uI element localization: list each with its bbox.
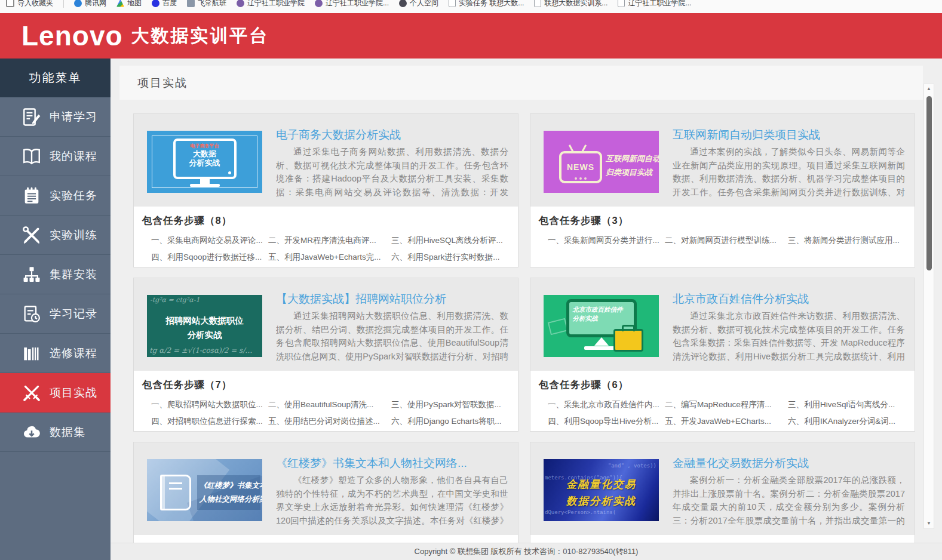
sidebar-item-label: 项目实战 bbox=[50, 385, 97, 401]
sidebar-item-apply-study[interactable]: 申请学习 bbox=[0, 97, 111, 137]
book-icon bbox=[160, 475, 191, 510]
step-item: 一、采集电商网站交易及评论... bbox=[151, 235, 268, 246]
bookmark-item[interactable]: 飞常航班 bbox=[187, 0, 226, 8]
step-item: 三、利用HiveSql语句离线分... bbox=[788, 399, 915, 410]
sidebar-item-elective-courses[interactable]: 选修课程 bbox=[0, 334, 111, 373]
card-steps bbox=[134, 535, 518, 543]
step-item: 二、编写MapReduce程序清... bbox=[665, 399, 788, 410]
sidebar-item-label: 选修课程 bbox=[50, 346, 97, 361]
sidebar-item-dataset[interactable]: 数据集 bbox=[0, 413, 111, 452]
bookmark-import[interactable]: 导入收藏夹 bbox=[6, 0, 53, 8]
bookmark-item[interactable]: 辽宁社工职业学院 bbox=[237, 0, 305, 8]
bookmark-item[interactable]: 联想大数据实训系... bbox=[534, 0, 607, 8]
scrollbar-thumb[interactable] bbox=[926, 96, 932, 270]
copyright-text: Copyright © 联想集团 版权所有 技术咨询：010-82793540(… bbox=[415, 546, 639, 557]
step-item: 四、利用Sqoop进行数据迁移... bbox=[151, 252, 268, 263]
card-top: 电子商务平台 大数据 分析实战 电子商务大数据分析实战 通过采集电子商务网站数据… bbox=[134, 114, 518, 207]
card-title-link[interactable]: 北京市政百姓信件分析实战 bbox=[673, 291, 809, 307]
sidebar-item-experiment-tasks[interactable]: 实验任务 bbox=[0, 176, 111, 216]
steps-header: 包含任务步骤（7） bbox=[142, 379, 518, 392]
step-item: 六、利用IKAnalyzer分词&词... bbox=[788, 416, 915, 427]
card-title-link[interactable]: 金融量化交易数据分析实战 bbox=[673, 456, 809, 471]
step-item: 二、开发MR程序清洗电商评... bbox=[268, 235, 391, 246]
bookmark-item[interactable]: 百度 bbox=[152, 0, 177, 8]
step-item: 五、使用结巴分词对岗位描述... bbox=[268, 416, 391, 427]
footer: Copyright © 联想集团 版权所有 技术咨询：010-82793540(… bbox=[111, 543, 942, 560]
step-item: 二、使用BeautifulSoup清洗... bbox=[268, 399, 391, 410]
card-steps: 包含任务步骤（7） 一、爬取招聘网站大数据职位... 二、使用Beautiful… bbox=[134, 371, 518, 427]
bookmarks-separator bbox=[63, 0, 64, 8]
bookmark-item[interactable]: 辽宁社工职业学院... bbox=[315, 0, 389, 8]
sidebar-item-experiment-training[interactable]: 实验训练 bbox=[0, 216, 111, 255]
steps-header: 包含任务步骤（8） bbox=[142, 214, 518, 227]
bookmark-item[interactable]: 个人空间 bbox=[399, 0, 438, 8]
app-window: 导入收藏夹 腾讯网 地图 百度 飞常航班 辽宁社工职业学院 辽宁社工职业学院..… bbox=[0, 0, 942, 560]
card-thumbnail-letters[interactable]: 北京市政百姓信件 分析实战 bbox=[544, 295, 659, 357]
page-icon bbox=[449, 0, 456, 7]
project-card: -tg²α = ctg²α-1 tg α/2 = ±√(1-cosα)/2 = … bbox=[133, 278, 518, 432]
card-thumbnail-chalkboard[interactable]: -tg²α = ctg²α-1 tg α/2 = ±√(1-cosα)/2 = … bbox=[147, 295, 262, 357]
school-badge-icon bbox=[237, 0, 244, 7]
card-title-link[interactable]: 《红楼梦》书集文本和人物社交网络... bbox=[276, 456, 467, 471]
step-item: 三、使用PySpark对智联数据... bbox=[391, 399, 518, 410]
sidebar-item-label: 实验训练 bbox=[50, 227, 97, 243]
project-card: 北京市政百姓信件 分析实战 北京市政百姓信件分析实战 通过采集北京市政百姓信件来… bbox=[530, 278, 915, 432]
sidebar-item-my-courses[interactable]: 我的课程 bbox=[0, 137, 111, 176]
card-top: 《红楼梦》书集文本和 人物社交网络分析案例 《红楼梦》书集文本和人物社交网络..… bbox=[134, 442, 518, 535]
card-steps: 包含任务步骤（6） 一、采集北京市政百姓信件内... 二、编写MapReduce… bbox=[530, 371, 915, 427]
sidebar-item-label: 申请学习 bbox=[50, 109, 97, 125]
card-steps: 包含任务步骤（3） 一、采集新闻网页分类并进行... 二、对新闻网页进行模型训练… bbox=[530, 207, 915, 246]
card-thumbnail-finance[interactable]: meters.contains("age")){ dQuery<Person>.… bbox=[544, 459, 659, 521]
briefcase-icon bbox=[613, 329, 643, 352]
tv-icon: NEWS bbox=[559, 151, 602, 183]
steps-header: 包含任务步骤（3） bbox=[539, 214, 915, 227]
sidebar-item-project-practice[interactable]: 项目实战 bbox=[0, 373, 111, 413]
card-top: -tg²α = ctg²α-1 tg α/2 = ±√(1-cosα)/2 = … bbox=[134, 278, 518, 371]
project-card: NEWS 互联网新闻自动 归类项目实战 互联网新闻自动归类项目实战 通过本案例的… bbox=[530, 113, 915, 267]
card-thumbnail-news[interactable]: NEWS 互联网新闻自动 归类项目实战 bbox=[544, 131, 659, 193]
scrollbar-up-arrow[interactable]: ▲ bbox=[924, 85, 934, 93]
card-description: 通过本案例的实战，了解类似今日头条、网易新闻等企业在新闻产品类应用的实现原理。项… bbox=[673, 145, 905, 200]
sidebar-item-label: 实验任务 bbox=[50, 188, 97, 204]
card-description: 通过采集北京市政百姓信件来访数据、利用数据清洗、数据分析、数据可视化技术完成整体… bbox=[673, 309, 905, 364]
card-thumbnail-book[interactable]: 《红楼梦》书集文本和 人物社交网络分析案例 bbox=[147, 459, 262, 521]
bookmark-item[interactable]: 实验任务 联想大数... bbox=[449, 0, 524, 8]
camera-dot bbox=[228, 171, 231, 174]
page-title: 项目实战 bbox=[137, 75, 188, 91]
school-badge-icon bbox=[315, 0, 323, 7]
step-item: 四、利用Sqoop导出Hive分析... bbox=[548, 416, 665, 427]
bookmark-item[interactable]: 地图 bbox=[116, 0, 142, 8]
app-header: Lenovo 大数据实训平台 bbox=[0, 13, 942, 59]
card-steps: 包含任务步骤（8） 一、采集电商网站交易及评论... 二、开发MR程序清洗电商评… bbox=[134, 207, 518, 263]
bookmark-item[interactable]: 腾讯网 bbox=[74, 0, 106, 8]
tools-icon bbox=[22, 225, 42, 245]
card-title-link[interactable]: 互联网新闻自动归类项目实战 bbox=[673, 127, 820, 143]
card-title-link[interactable]: 电子商务大数据分析实战 bbox=[276, 127, 401, 143]
card-thumbnail-ecommerce[interactable]: 电子商务平台 大数据 分析实战 bbox=[147, 131, 262, 193]
steps-header: 包含任务步骤（6） bbox=[539, 379, 915, 392]
card-top: meters.contains("age")){ dQuery<Person>.… bbox=[530, 442, 915, 535]
sidebar: 功能菜单 申请学习 我的课程 实验任务 实验训练 bbox=[0, 59, 111, 560]
card-description: 案例分析一：分析金融类全部股票2017年的总涨跌额，并排出上涨股票前十名。案例分… bbox=[673, 473, 905, 528]
step-item: 三、利用HiveSQL离线分析评... bbox=[391, 235, 518, 246]
sidebar-item-learning-record[interactable]: 学习记录 bbox=[0, 294, 111, 334]
notepad-icon bbox=[22, 186, 42, 206]
step-item: 六、利用Spark进行实时数据... bbox=[391, 252, 518, 263]
books-icon bbox=[22, 343, 42, 364]
maps-icon bbox=[116, 0, 124, 7]
sidebar-item-label: 集群安装 bbox=[50, 267, 97, 282]
lenovo-logo: Lenovo bbox=[22, 20, 123, 52]
scrollbar-down-arrow[interactable]: ▼ bbox=[924, 519, 934, 528]
step-item: 一、爬取招聘网站大数据职位... bbox=[151, 399, 268, 410]
card-top: 北京市政百姓信件 分析实战 北京市政百姓信件分析实战 通过采集北京市政百姓信件来… bbox=[530, 278, 915, 371]
sidebar-header: 功能菜单 bbox=[0, 59, 111, 97]
content-scrollbar[interactable]: ▲ ▼ bbox=[923, 84, 934, 529]
sidebar-item-cluster-install[interactable]: 集群安装 bbox=[0, 255, 111, 294]
card-description: 《红楼梦》塑造了众多的人物形象，他们各自具有自己独特的个性特征，成为不朽的艺术典… bbox=[276, 473, 508, 528]
bookmark-item[interactable]: 辽宁社工职业学院... bbox=[618, 0, 691, 8]
bookmarks-row: 导入收藏夹 腾讯网 地图 百度 飞常航班 辽宁社工职业学院 辽宁社工职业学院..… bbox=[0, 0, 942, 10]
page-icon bbox=[534, 0, 541, 7]
globe-icon bbox=[399, 0, 407, 7]
baidu-icon bbox=[152, 0, 159, 7]
card-title-link[interactable]: 【大数据实战】招聘网站职位分析 bbox=[276, 291, 446, 307]
